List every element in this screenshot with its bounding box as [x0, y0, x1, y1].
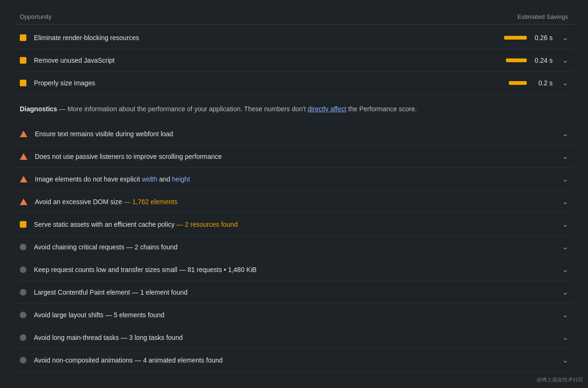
diagnostics-list: Ensure text remains visible during webfo…	[14, 123, 574, 371]
diag-label-cache-policy: Serve static assets with an efficient ca…	[34, 221, 557, 228]
circle-icon-layout	[20, 312, 26, 318]
chevron-icon-unused-js[interactable]: ⌄	[562, 56, 568, 65]
diag-label-long-tasks: Avoid long main-thread tasks — 3 long ta…	[34, 334, 557, 341]
chevron-icon-webfont[interactable]: ⌄	[562, 129, 568, 138]
savings-section-unused-js: 0.24 s ⌄	[506, 56, 568, 65]
triangle-icon-webfont	[20, 131, 27, 137]
diag-row-image-dimensions[interactable]: Image elements do not have explicit widt…	[14, 168, 574, 190]
diag-row-non-composited[interactable]: Avoid non-composited animations — 4 anim…	[14, 349, 574, 371]
triangle-icon-passive	[20, 153, 27, 160]
diag-row-passive-listeners[interactable]: Does not use passive listeners to improv…	[14, 145, 574, 168]
diag-label-non-composited: Avoid non-composited animations — 4 anim…	[34, 356, 557, 364]
savings-value-size-images: 0.2 s	[531, 79, 553, 87]
width-code: width	[142, 175, 157, 183]
opportunity-row-render-blocking[interactable]: Eliminate render-blocking resources 0.26…	[14, 26, 574, 49]
circle-icon-long-tasks	[20, 334, 26, 341]
chevron-icon-image-dim[interactable]: ⌄	[562, 174, 568, 183]
circle-icon-critical	[20, 244, 26, 250]
circle-icon-requests	[20, 266, 26, 273]
square-icon	[20, 57, 26, 64]
circle-icon-non-composited	[20, 357, 26, 363]
savings-value-unused-js: 0.24 s	[531, 57, 553, 64]
chevron-icon-cache[interactable]: ⌄	[562, 220, 568, 229]
opportunities-list: Eliminate render-blocking resources 0.26…	[14, 26, 574, 94]
diagnostics-intro: Diagnostics — More information about the…	[14, 94, 574, 123]
diag-label-critical-requests: Avoid chaining critical requests — 2 cha…	[34, 243, 557, 251]
diag-label-image-dimensions: Image elements do not have explicit widt…	[35, 175, 557, 183]
chevron-icon-critical[interactable]: ⌄	[562, 242, 568, 251]
diag-label-passive-listeners: Does not use passive listeners to improv…	[35, 153, 557, 160]
opportunity-label-size-images: Properly size images	[34, 79, 509, 87]
diag-row-critical-requests[interactable]: Avoid chaining critical requests — 2 cha…	[14, 236, 574, 258]
main-container: Opportunity Estimated Savings Eliminate …	[0, 0, 588, 381]
square-icon	[20, 80, 26, 86]
square-icon	[20, 34, 26, 41]
cache-policy-suffix: — 2 resources found	[176, 221, 237, 228]
diagnostics-bold: Diagnostics	[20, 105, 57, 113]
estimated-savings-header: Estimated Savings	[517, 13, 568, 20]
square-icon-cache	[20, 221, 26, 228]
opportunity-header: Opportunity	[20, 13, 51, 20]
triangle-icon-image-dim	[20, 176, 27, 182]
opportunity-row-unused-js[interactable]: Remove unused JavaScript 0.24 s ⌄	[14, 49, 574, 72]
chevron-icon-size-images[interactable]: ⌄	[562, 78, 568, 87]
chevron-icon-lcp[interactable]: ⌄	[562, 288, 568, 297]
triangle-icon-dom	[20, 198, 27, 205]
diagnostics-intro-text: — More information about the performance…	[59, 105, 308, 113]
savings-bar-render-blocking	[504, 36, 527, 40]
diag-row-dom-size[interactable]: Avoid an excessive DOM size — 1,762 elem…	[14, 190, 574, 213]
diag-row-request-counts[interactable]: Keep request counts low and transfer siz…	[14, 258, 574, 281]
chevron-icon-long-tasks[interactable]: ⌄	[562, 333, 568, 342]
section-header: Opportunity Estimated Savings	[14, 9, 574, 25]
diag-label-request-counts: Keep request counts low and transfer siz…	[34, 266, 557, 273]
savings-section-render-blocking: 0.26 s ⌄	[504, 33, 568, 42]
diagnostics-intro-end: the Performance score.	[348, 105, 417, 113]
savings-value-render-blocking: 0.26 s	[531, 34, 553, 41]
chevron-icon-layout[interactable]: ⌄	[562, 310, 568, 319]
savings-bar-unused-js	[506, 58, 527, 62]
savings-bar-size-images	[509, 81, 527, 85]
diag-row-lcp[interactable]: Largest Contentful Paint element — 1 ele…	[14, 281, 574, 304]
diag-row-cache-policy[interactable]: Serve static assets with an efficient ca…	[14, 213, 574, 236]
opportunity-label-render-blocking: Eliminate render-blocking resources	[34, 34, 504, 41]
savings-section-size-images: 0.2 s ⌄	[509, 78, 568, 87]
opportunity-row-size-images[interactable]: Properly size images 0.2 s ⌄	[14, 72, 574, 94]
diag-row-webfont[interactable]: Ensure text remains visible during webfo…	[14, 123, 574, 145]
diag-label-lcp: Largest Contentful Paint element — 1 ele…	[34, 289, 557, 296]
diag-row-long-tasks[interactable]: Avoid long main-thread tasks — 3 long ta…	[14, 326, 574, 349]
diag-label-layout-shifts: Avoid large layout shifts — 5 elements f…	[34, 311, 557, 319]
chevron-icon-dom[interactable]: ⌄	[562, 197, 568, 206]
circle-icon-lcp	[20, 289, 26, 296]
opportunity-label-unused-js: Remove unused JavaScript	[34, 57, 506, 64]
watermark: @稀土掘金技术社区	[537, 376, 583, 383]
dom-size-suffix: — 1,762 elements	[124, 198, 178, 206]
chevron-icon-non-composited[interactable]: ⌄	[562, 355, 568, 364]
directly-affect-link[interactable]: directly affect	[308, 105, 346, 113]
chevron-icon-render-blocking[interactable]: ⌄	[562, 33, 568, 42]
diag-label-dom-size: Avoid an excessive DOM size — 1,762 elem…	[35, 198, 557, 206]
diag-row-layout-shifts[interactable]: Avoid large layout shifts — 5 elements f…	[14, 304, 574, 326]
chevron-icon-requests[interactable]: ⌄	[562, 265, 568, 274]
chevron-icon-passive[interactable]: ⌄	[562, 152, 568, 161]
diag-label-webfont: Ensure text remains visible during webfo…	[35, 130, 557, 138]
height-code: height	[172, 175, 190, 183]
